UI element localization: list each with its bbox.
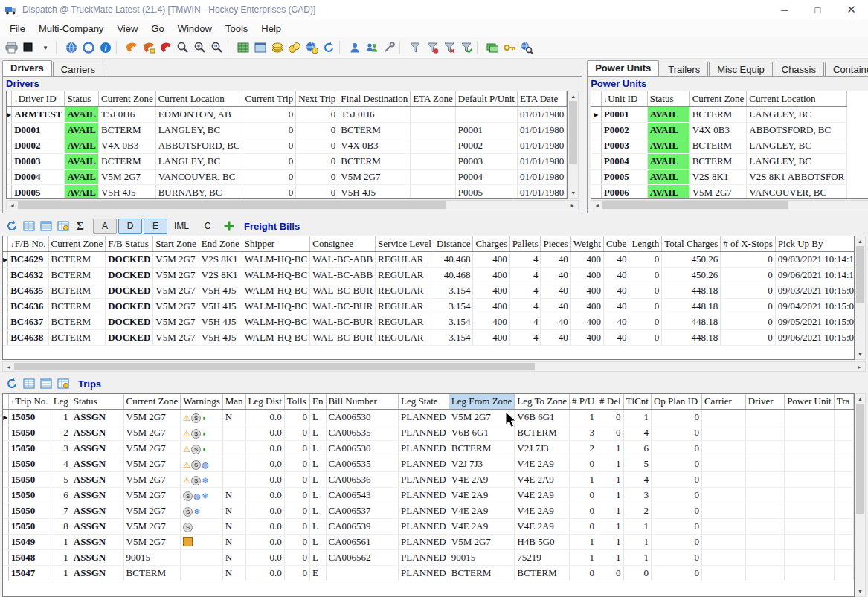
- cell[interactable]: REGULAR: [376, 268, 434, 283]
- refresh-icon[interactable]: [321, 39, 337, 56]
- table-row[interactable]: ▶P0001AVAILBCTERMLANGLEY, BC: [591, 107, 847, 123]
- filter-icon[interactable]: [407, 39, 423, 56]
- column-header-f-b-status[interactable]: F/B Status: [106, 236, 153, 252]
- cell[interactable]: 15050: [8, 503, 51, 519]
- cell[interactable]: 15050: [8, 456, 51, 472]
- column-header-driver-id[interactable]: ↓Driver ID: [12, 91, 65, 107]
- cell[interactable]: 0: [242, 154, 296, 170]
- cell[interactable]: V4E 2A9: [515, 472, 570, 488]
- cell[interactable]: 0: [629, 299, 662, 314]
- cell[interactable]: PLANNED: [399, 456, 449, 472]
- cell[interactable]: DOCKED: [106, 314, 153, 330]
- menu-go[interactable]: Go: [144, 21, 170, 36]
- cell[interactable]: 3: [623, 488, 651, 503]
- cell[interactable]: 1: [623, 410, 651, 425]
- cell[interactable]: P0002: [455, 138, 517, 154]
- cell[interactable]: 6: [51, 488, 71, 503]
- cell[interactable]: ⚠S◗: [181, 441, 223, 456]
- cell[interactable]: 1: [623, 535, 651, 550]
- column-header-current-zone[interactable]: Current Zone: [689, 91, 747, 107]
- cell[interactable]: 0: [629, 283, 662, 299]
- cell[interactable]: 01/01/1980: [517, 185, 566, 199]
- cell[interactable]: 0: [284, 535, 309, 550]
- cell[interactable]: PLANNED: [399, 566, 449, 581]
- cell[interactable]: 90015: [449, 550, 515, 566]
- cell[interactable]: BCTERM: [48, 283, 106, 299]
- cell[interactable]: REGULAR: [376, 314, 434, 330]
- table-row[interactable]: BC4632BCTERMDOCKEDV5M 2G7V2S 8K1WALM-HQ-…: [3, 268, 855, 283]
- cell[interactable]: ASSGN: [71, 410, 123, 425]
- cell[interactable]: V5M 2G7: [123, 472, 181, 488]
- cell[interactable]: PLANNED: [399, 425, 449, 441]
- cell[interactable]: BCTERM: [689, 154, 747, 170]
- cell[interactable]: [785, 456, 835, 472]
- cell[interactable]: 4: [509, 283, 541, 299]
- table-row[interactable]: 150508ASSGNV5M 2G7SN0.00LCA006539PLANNED…: [3, 519, 854, 535]
- cell[interactable]: S❄: [181, 503, 223, 519]
- cell[interactable]: 40: [541, 283, 570, 299]
- column-header-distance[interactable]: Distance: [434, 236, 472, 252]
- cell[interactable]: P0005: [601, 170, 647, 185]
- cell[interactable]: [834, 519, 853, 535]
- cell[interactable]: 40: [603, 283, 629, 299]
- cell[interactable]: L: [310, 488, 326, 503]
- column-header-current-location[interactable]: Current Location: [155, 91, 242, 107]
- cell[interactable]: [701, 535, 745, 550]
- cell[interactable]: ABBOTSFORD, BC: [155, 138, 242, 154]
- cell[interactable]: 0: [651, 503, 701, 519]
- cell[interactable]: V4X 0B3: [338, 138, 411, 154]
- cell[interactable]: AVAIL: [65, 154, 99, 170]
- cell[interactable]: V5M 2G7: [153, 314, 199, 330]
- cell[interactable]: [834, 488, 853, 503]
- cell[interactable]: S◍❄: [181, 488, 223, 503]
- cell[interactable]: P0006: [601, 185, 647, 199]
- scroll-track[interactable]: [602, 201, 868, 210]
- cell[interactable]: V5M 2G7: [123, 535, 181, 550]
- cell[interactable]: WAL-BC-BUR: [310, 314, 376, 330]
- cell[interactable]: 40.468: [434, 268, 472, 283]
- cell[interactable]: WALM-HQ-BC: [242, 268, 310, 283]
- cell[interactable]: 15047: [8, 566, 51, 581]
- zoom-icon[interactable]: [175, 39, 191, 56]
- column-header-leg-to-zone[interactable]: Leg To Zone: [515, 394, 570, 410]
- cell[interactable]: PLANNED: [399, 503, 449, 519]
- column-header-leg-state[interactable]: Leg State: [399, 394, 449, 410]
- cell[interactable]: AVAIL: [647, 170, 689, 185]
- cell[interactable]: 0.0: [245, 441, 284, 456]
- zoom-go-icon[interactable]: [209, 39, 225, 56]
- cell[interactable]: 1: [597, 503, 624, 519]
- cell[interactable]: 448.18: [662, 299, 721, 314]
- cell[interactable]: 2: [51, 425, 71, 441]
- cell[interactable]: 0.0: [245, 456, 284, 472]
- scroll-thumb[interactable]: [14, 363, 535, 370]
- cell[interactable]: 0: [284, 456, 309, 472]
- menu-help[interactable]: Help: [254, 21, 288, 36]
- cell[interactable]: 40: [603, 314, 629, 330]
- drivers-hscrollbar[interactable]: ◄ ►: [6, 200, 579, 210]
- cell[interactable]: N: [222, 519, 245, 535]
- refresh-icon[interactable]: [4, 375, 20, 392]
- cell[interactable]: BC4637: [8, 314, 48, 330]
- plus-icon[interactable]: [221, 218, 237, 234]
- cell[interactable]: D0004: [12, 170, 65, 185]
- cell[interactable]: 1: [51, 566, 71, 581]
- column-header-trip-no-[interactable]: ↑Trip No.: [8, 394, 51, 410]
- cell[interactable]: [745, 472, 784, 488]
- menu-window[interactable]: Window: [171, 21, 219, 36]
- cell[interactable]: ASSGN: [71, 566, 123, 581]
- phone-voip-icon[interactable]: [141, 39, 157, 56]
- cell[interactable]: 09/06/2021 10:14:12 .: [775, 268, 855, 283]
- cell[interactable]: 0: [651, 519, 701, 535]
- column-header-pieces[interactable]: Pieces: [541, 236, 570, 252]
- cell[interactable]: 0: [651, 472, 701, 488]
- cell[interactable]: [701, 503, 745, 519]
- cell[interactable]: AVAIL: [65, 170, 99, 185]
- cell[interactable]: P0002: [601, 123, 647, 138]
- cell[interactable]: 5: [51, 472, 71, 488]
- cell[interactable]: [411, 170, 455, 185]
- web-search-icon[interactable]: [518, 39, 535, 56]
- table-row[interactable]: P0004AVAILBCTERMLANGLEY, BC: [591, 154, 847, 170]
- table-row[interactable]: 150504ASSGNV5M 2G7⚠S◍0.00LCA006535PLANNE…: [3, 456, 854, 472]
- cell[interactable]: [785, 566, 835, 581]
- table-row[interactable]: ▶150501ASSGNV5M 2G7⚠S◗N0.00LCA006530PLAN…: [3, 410, 854, 425]
